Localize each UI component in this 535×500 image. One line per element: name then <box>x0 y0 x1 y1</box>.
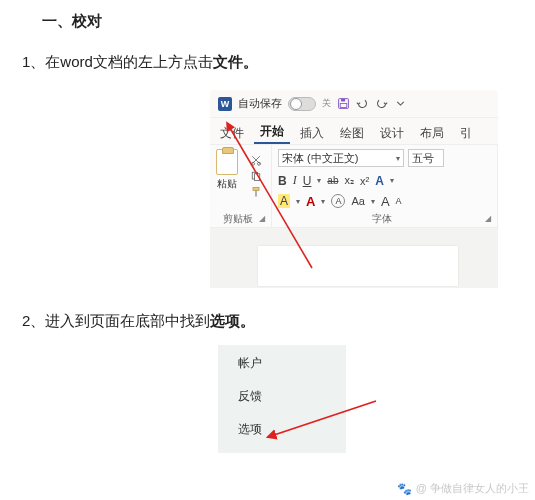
tab-design[interactable]: 设计 <box>374 121 410 144</box>
paste-button[interactable]: 粘贴 <box>216 149 238 191</box>
bold-button[interactable]: B <box>278 174 287 188</box>
paste-icon <box>216 149 238 175</box>
step-1-prefix: 1、在word文档的左上方点击 <box>22 53 213 70</box>
file-menu-sidebar: 帐户 反馈 选项 <box>218 345 346 453</box>
underline-dropdown-icon[interactable]: ▾ <box>317 176 321 185</box>
ribbon: 粘贴 剪贴板 ◢ 宋体 (中文正文) ▾ 五号 <box>210 144 498 228</box>
dropdown-icon[interactable] <box>394 97 407 110</box>
ribbon-tabs: 文件 开始 插入 绘图 设计 布局 引 <box>210 118 498 144</box>
font-group-label: 字体 <box>278 211 485 226</box>
underline-button[interactable]: U <box>303 174 312 188</box>
highlight-button[interactable]: A <box>278 194 290 208</box>
clipboard-launcher-icon[interactable]: ◢ <box>259 214 265 223</box>
font-launcher-icon[interactable]: ◢ <box>485 214 491 223</box>
paste-label: 粘贴 <box>217 177 237 191</box>
clipboard-group-label: 剪贴板 <box>216 211 259 226</box>
save-icon[interactable] <box>337 97 350 110</box>
cut-icon[interactable] <box>250 153 262 165</box>
font-group: 宋体 (中文正文) ▾ 五号 B I U ▾ ab x₂ x² A ▾ A <box>272 145 498 227</box>
step-2-prefix: 2、进入到页面在底部中找到 <box>22 312 210 329</box>
svg-rect-1 <box>341 99 345 101</box>
svg-rect-7 <box>253 188 259 191</box>
autosave-off-text: 关 <box>322 97 331 110</box>
redo-icon[interactable] <box>375 97 388 110</box>
font-size-value: 五号 <box>412 151 434 166</box>
menu-item-account[interactable]: 帐户 <box>238 355 346 372</box>
word-ribbon-screenshot: W 自动保存 关 文件 开始 插入 绘图 设计 布局 引 <box>210 90 498 288</box>
clipboard-group: 粘贴 剪贴板 ◢ <box>210 145 272 227</box>
step-2-bold: 选项。 <box>210 312 255 329</box>
font-name-combo[interactable]: 宋体 (中文正文) ▾ <box>278 149 404 167</box>
page-canvas[interactable] <box>258 246 458 286</box>
superscript-button[interactable]: x² <box>360 175 369 187</box>
file-menu-screenshot: 帐户 反馈 选项 <box>218 345 413 453</box>
svg-rect-8 <box>255 191 257 197</box>
font-size-combo[interactable]: 五号 <box>408 149 444 167</box>
chevron-down-icon: ▾ <box>396 154 400 163</box>
font-color-dropdown-icon[interactable]: ▾ <box>321 197 325 206</box>
italic-button[interactable]: I <box>293 173 297 188</box>
svg-rect-2 <box>340 104 347 108</box>
grow-font-button[interactable]: A <box>381 194 390 209</box>
step-1-bold: 文件。 <box>213 53 258 70</box>
tab-draw[interactable]: 绘图 <box>334 121 370 144</box>
undo-icon[interactable] <box>356 97 369 110</box>
change-case-button[interactable]: Aa <box>351 195 364 207</box>
menu-item-options[interactable]: 选项 <box>238 421 346 438</box>
copy-icon[interactable] <box>250 169 262 181</box>
subscript-button[interactable]: x₂ <box>344 174 354 187</box>
step-1-text: 1、在word文档的左上方点击文件。 <box>22 53 535 72</box>
format-painter-icon[interactable] <box>250 185 262 197</box>
tab-layout[interactable]: 布局 <box>414 121 450 144</box>
change-case-dropdown-icon[interactable]: ▾ <box>371 197 375 206</box>
tab-references[interactable]: 引 <box>454 121 478 144</box>
tab-insert[interactable]: 插入 <box>294 121 330 144</box>
svg-rect-6 <box>255 174 260 181</box>
font-color-button[interactable]: A <box>306 194 315 209</box>
highlight-dropdown-icon[interactable]: ▾ <box>296 197 300 206</box>
enclose-char-button[interactable]: A <box>331 194 345 208</box>
shrink-font-button[interactable]: A <box>396 196 402 206</box>
word-logo-icon: W <box>218 97 232 111</box>
paw-icon: 🐾 <box>397 482 412 496</box>
text-effects-dropdown-icon[interactable]: ▾ <box>390 176 394 185</box>
titlebar: W 自动保存 关 <box>210 90 498 118</box>
section-heading: 一、校对 <box>42 12 535 31</box>
step-2-text: 2、进入到页面在底部中找到选项。 <box>22 312 535 331</box>
watermark-text: @ 争做自律女人的小王 <box>416 481 529 496</box>
document-area <box>210 228 498 288</box>
menu-item-feedback[interactable]: 反馈 <box>238 388 346 405</box>
font-name-value: 宋体 (中文正文) <box>282 151 358 166</box>
watermark: 🐾 @ 争做自律女人的小王 <box>397 481 529 496</box>
autosave-label: 自动保存 <box>238 96 282 111</box>
tab-file[interactable]: 文件 <box>214 121 250 144</box>
tab-home[interactable]: 开始 <box>254 119 290 144</box>
file-menu-content-area <box>346 345 413 453</box>
autosave-toggle[interactable] <box>288 97 316 111</box>
strikethrough-button[interactable]: ab <box>327 175 338 186</box>
text-effects-button[interactable]: A <box>375 174 384 188</box>
